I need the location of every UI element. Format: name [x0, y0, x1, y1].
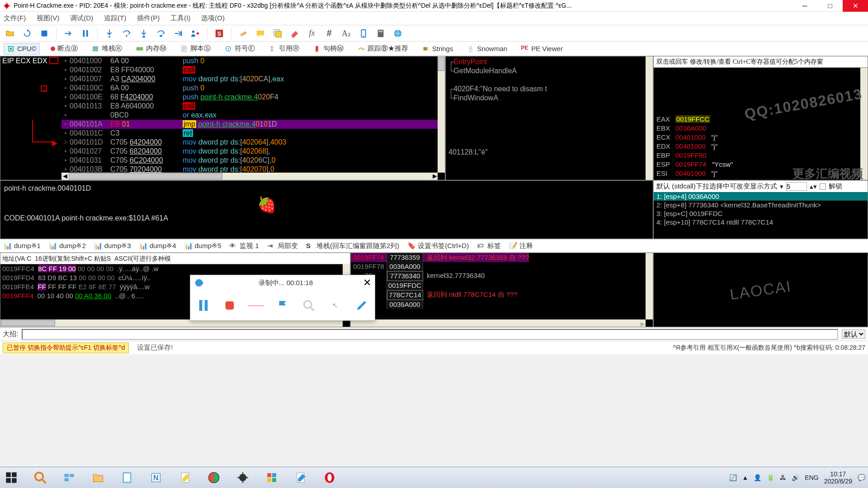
disasm-row[interactable]: •0BC0or eax,eax [61, 111, 445, 120]
font-icon[interactable]: A₂ [340, 27, 353, 40]
disasm-row[interactable]: •0040101AEB 01jmp point-h crackme.40101D [61, 120, 445, 129]
disasm-row[interactable]: •00401031C705 6C204000mov dword ptr ds:[… [61, 156, 445, 165]
search-icon[interactable] [32, 469, 49, 486]
menu-file[interactable]: 文件(F) [4, 14, 26, 23]
stepintot-icon[interactable] [137, 27, 150, 40]
tab-trace[interactable]: 跟踪⑧★推荐 [354, 43, 411, 54]
ball-icon[interactable] [205, 469, 222, 486]
tray-battery-icon[interactable]: 🔋 [767, 474, 774, 481]
menu-debug[interactable]: 调试(D) [70, 14, 93, 23]
taskview-icon[interactable] [61, 469, 78, 486]
unlock-checkbox[interactable] [820, 183, 826, 190]
register-row[interactable]: ESP0019FF74 "Ycsw" [656, 160, 865, 169]
tab-memory[interactable]: 内存Ⓜ [133, 43, 169, 54]
tab-dump5[interactable]: 📊dump※5 [184, 242, 222, 250]
recorder-stop-button[interactable] [221, 296, 239, 314]
disasm-row[interactable]: •0040100E68 F4204000push point-h crackme… [61, 93, 445, 102]
recorder-marker-button[interactable]: ------ [247, 296, 265, 314]
default-select[interactable]: 默认 [842, 329, 865, 339]
stackarg-row[interactable]: 3: [esp+C] 0019FFDC [654, 209, 868, 218]
tab-dump2[interactable]: 📊dump※2 [49, 242, 86, 250]
tab-dump3[interactable]: 📊dump※3 [94, 242, 131, 250]
recorder-draw-button[interactable] [353, 296, 371, 314]
comments-icon[interactable] [254, 27, 267, 40]
stack-row[interactable]: 0019FF780036A000 [351, 262, 653, 271]
grid-icon[interactable] [263, 469, 280, 486]
disasm-vscroll[interactable] [438, 56, 445, 173]
opera-icon[interactable] [321, 469, 338, 486]
register-row[interactable]: EBP0019FF80 [656, 151, 865, 160]
notepad-icon[interactable] [118, 469, 136, 486]
pause-icon[interactable] [79, 27, 92, 40]
tray-vol-icon[interactable]: 🔊 [792, 474, 799, 481]
stackarg-row[interactable]: 4: [esp+10] 778C7C14 ntdll 778C7C14 [654, 218, 868, 226]
menu-options[interactable]: 选项(O) [201, 14, 225, 23]
command-input[interactable] [22, 329, 838, 340]
tab-snowman[interactable]: Snowman [464, 43, 510, 54]
stepovert-icon[interactable] [155, 27, 167, 40]
spinner-icon[interactable]: ▴▾ [810, 183, 817, 191]
stop-icon[interactable] [38, 27, 51, 40]
tray-lang[interactable]: ENG [805, 474, 818, 481]
disasm-hscroll[interactable]: ◄► [61, 173, 438, 180]
info-pane[interactable]: ┌EntryPoint └GetModuleHandleA ┌4020F4:"N… [445, 56, 653, 180]
bookmarks-icon[interactable] [271, 27, 284, 40]
tab-callstack[interactable]: 堆栈Ⓚ [89, 43, 125, 54]
open-icon[interactable] [4, 27, 16, 40]
disasm-row[interactable]: •00401013E8 A6040000call [61, 102, 445, 111]
screen-recorder-overlay[interactable]: 录制中... 00:01:18 ✕ ------ ↖ [190, 275, 375, 321]
stack-pane[interactable]: 0019FF7477736359返回到 kernel32.77736359 自 … [350, 253, 653, 327]
recorder-cursor-button[interactable]: ↖ [326, 296, 344, 314]
stack-row[interactable]: 84778C7C14返回到 ntdll.778C7C14 自 ??? [351, 290, 653, 300]
tab-handles[interactable]: 句柄Ⓦ [310, 43, 346, 54]
tab-scripts[interactable]: 脚本Ⓢ [177, 43, 213, 54]
tab-comments[interactable]: 📝注释 [509, 242, 533, 250]
dump-row[interactable]: 0019FFC4 8C FF 19 00 00 00 00 00 .ÿ.....… [2, 264, 348, 273]
regs-vscroll[interactable] [860, 68, 868, 180]
run-icon[interactable] [62, 27, 75, 40]
stackargs-count-input[interactable] [786, 182, 807, 191]
menu-tools[interactable]: 工具(I) [170, 14, 190, 23]
stack-args-pane[interactable]: 默认 (stdcall)下拉选择中可改变显示方式 ▾ ▴▾ 解锁 1: [esp… [653, 180, 868, 239]
notepadpp-icon[interactable]: N [147, 469, 165, 486]
stack-vscroll[interactable] [646, 253, 653, 319]
tab-watch1[interactable]: 👁监视 1 [229, 242, 259, 250]
patch-icon[interactable] [237, 27, 250, 40]
minimize-button[interactable]: ─ [792, 0, 817, 12]
disasm-row[interactable]: >0040101DC705 64204000mov dword ptr ds:[… [61, 138, 445, 147]
register-row[interactable]: EAX0019FFCC [656, 115, 865, 124]
maximize-button[interactable]: □ [817, 0, 843, 12]
runtouser-icon[interactable] [189, 27, 202, 40]
info-vscroll[interactable] [646, 56, 653, 180]
hash-icon[interactable]: # [323, 27, 335, 40]
tab-strings[interactable]: Strings [419, 43, 456, 54]
calc-icon[interactable] [374, 27, 387, 40]
label-pane[interactable]: point-h crackme.0040101D CODE:0040101A p… [0, 180, 653, 239]
register-row[interactable]: EDX00401000 "j" [656, 142, 865, 151]
tab-cpu[interactable]: CPU© [4, 43, 40, 55]
recorder-flag-button[interactable] [274, 296, 292, 314]
disasm-row[interactable]: •00401007A3 CA204000mov dword ptr ds:[40… [61, 75, 445, 84]
stack-row[interactable]: 0019FF7477736359返回到 kernel32.77736359 自 … [351, 253, 653, 262]
registers-pane[interactable]: 双击或回车 修改/转换/查看 Ctrl+C寄存器值可分配5个内存窗 QQ:102… [653, 56, 868, 180]
recorder-zoom-button[interactable] [300, 296, 318, 314]
register-row[interactable]: EBX0036A000 [656, 124, 865, 133]
tab-bookmark[interactable]: 🔖设置书签(Ctrl+D) [407, 242, 469, 250]
tray-people-icon[interactable]: 👤 [754, 474, 761, 481]
tab-breakpoints[interactable]: 断点Ⓑ [48, 43, 80, 54]
tab-refs[interactable]: 引用Ⓡ [266, 43, 302, 54]
disasm-rows[interactable]: •004010006A 00push 0•00401002E8 FF040000… [61, 56, 445, 180]
disasm-row[interactable]: •004010006A 00push 0 [61, 56, 445, 66]
register-row[interactable]: EDI00401000 "j" [656, 178, 865, 180]
tab-symbols[interactable]: 符号Ⓔ [222, 43, 258, 54]
erase-icon[interactable] [288, 27, 301, 40]
close-button[interactable]: ✕ [843, 0, 868, 12]
dropdown-icon[interactable]: ▾ [780, 183, 783, 191]
disasm-row[interactable]: •0040101CC3ret [61, 129, 445, 138]
disasm-row[interactable]: •0040100C6A 00push 0 [61, 84, 445, 93]
tab-stack-follow[interactable]: S堆栈(回车汇编窗跟随第2列) [306, 242, 399, 250]
tab-locals[interactable]: ⇥局部变 [267, 242, 298, 250]
stack-row[interactable]: 0019FFDC [351, 281, 653, 290]
cellphone-icon[interactable] [357, 27, 370, 40]
menu-view[interactable]: 视图(V) [37, 14, 59, 23]
